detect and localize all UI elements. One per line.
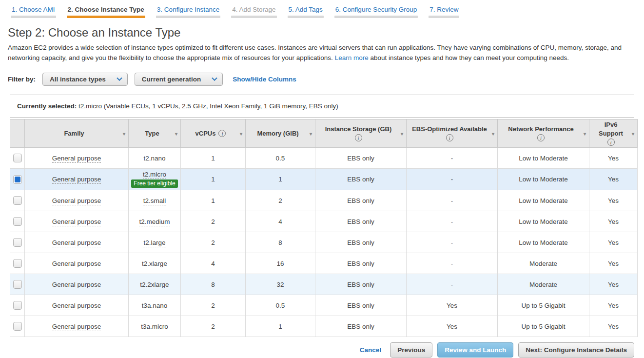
row-checkbox[interactable] (13, 301, 22, 310)
header-ebs-optimized[interactable]: EBS-Optimized Availablei ▾ (407, 119, 498, 148)
row-checkbox[interactable] (13, 322, 22, 331)
header-memory[interactable]: Memory (GiB)▾ (246, 119, 315, 148)
table-row-t3anano[interactable]: General purpose t3a.nano 2 0.5 EBS only … (10, 295, 638, 316)
currently-selected-bar: Currently selected: t2.micro (Variable E… (10, 95, 634, 118)
header-type[interactable]: Type▾ (129, 119, 181, 148)
type-cell[interactable]: t2.small (143, 197, 166, 205)
tab-configure-security-group[interactable]: 6. Configure Security Group (334, 5, 418, 18)
storage-cell: EBS only (315, 232, 407, 253)
info-icon[interactable]: i (355, 134, 362, 141)
generation-dropdown[interactable]: Current generation (135, 73, 223, 86)
tab-configure-instance[interactable]: 3. Configure Instance (156, 5, 220, 18)
tab-choose-ami[interactable]: 1. Choose AMI (11, 5, 56, 18)
family-cell[interactable]: General purpose (52, 155, 101, 163)
memory-cell: 4 (246, 211, 315, 232)
vcpus-cell: 2 (181, 232, 246, 253)
table-row-t2nano[interactable]: General purpose t2.nano 1 0.5 EBS only -… (10, 148, 638, 169)
previous-button[interactable]: Previous (390, 342, 432, 358)
network-cell: Up to 5 Gigabit (498, 316, 589, 337)
instance-type-table: Family▾ Type▾ vCPUsi ▾ Memory (GiB)▾ Ins… (10, 119, 638, 337)
tab-label: 3. Configure Instance (156, 5, 220, 13)
tab-underline (11, 16, 56, 18)
ebs-cell: - (407, 211, 498, 232)
row-checkbox-checked[interactable] (13, 175, 22, 184)
memory-cell: 32 (246, 274, 315, 295)
storage-cell: EBS only (315, 253, 407, 274)
tab-add-tags[interactable]: 5. Add Tags (288, 5, 324, 18)
ebs-cell: - (407, 274, 498, 295)
type-cell[interactable]: t2.micro (143, 171, 166, 179)
storage-cell: EBS only (315, 295, 407, 316)
type-cell[interactable]: t2.medium (139, 218, 170, 226)
filter-by-label: Filter by: (8, 76, 36, 83)
header-family-label: Family (64, 130, 84, 137)
row-checkbox[interactable] (13, 154, 22, 162)
table-row-t22xlarge[interactable]: General purpose t2.2xlarge 8 32 EBS only… (10, 274, 638, 295)
header-vcpus[interactable]: vCPUsi ▾ (181, 119, 246, 148)
family-cell[interactable]: General purpose (52, 302, 101, 310)
row-checkbox[interactable] (13, 217, 22, 226)
ipv6-cell: Yes (589, 253, 638, 274)
info-icon[interactable]: i (446, 134, 453, 141)
memory-cell: 16 (246, 253, 315, 274)
ipv6-cell: Yes (589, 190, 638, 211)
ebs-cell: - (407, 169, 498, 190)
ipv6-cell: Yes (589, 295, 638, 316)
sort-caret-icon: ▾ (584, 131, 586, 136)
storage-cell: EBS only (315, 190, 407, 211)
ipv6-cell: Yes (589, 274, 638, 295)
memory-cell: 1 (246, 169, 315, 190)
row-checkbox[interactable] (13, 196, 22, 205)
family-cell[interactable]: General purpose (52, 239, 101, 247)
header-instance-storage[interactable]: Instance Storage (GB)i ▾ (315, 119, 407, 148)
show-hide-columns-link[interactable]: Show/Hide Columns (233, 76, 296, 83)
sort-caret-icon: ▾ (310, 131, 312, 136)
storage-cell: EBS only (315, 169, 407, 190)
table-row-t2medium[interactable]: General purpose t2.medium 2 4 EBS only -… (10, 211, 638, 232)
cancel-link[interactable]: Cancel (360, 346, 381, 354)
storage-cell: EBS only (315, 148, 407, 169)
table-row-t2large[interactable]: General purpose t2.large 2 8 EBS only - … (10, 232, 638, 253)
instance-types-dropdown[interactable]: All instance types (42, 73, 128, 86)
tab-choose-instance-type[interactable]: 2. Choose Instance Type (67, 5, 145, 18)
row-checkbox[interactable] (13, 238, 22, 247)
next-configure-instance-details-button[interactable]: Next: Configure Instance Details (518, 342, 634, 358)
vcpus-cell: 8 (181, 274, 246, 295)
ebs-cell: - (407, 190, 498, 211)
review-and-launch-button[interactable]: Review and Launch (437, 342, 513, 358)
family-cell[interactable]: General purpose (52, 218, 101, 226)
tab-underline (231, 16, 276, 18)
header-ipv6-support[interactable]: IPv6Supporti ▾ (589, 119, 638, 148)
vcpus-cell: 2 (181, 316, 246, 337)
learn-more-link[interactable]: Learn more (335, 54, 369, 61)
type-cell: t2.nano (143, 155, 165, 162)
family-cell[interactable]: General purpose (52, 323, 101, 331)
family-cell[interactable]: General purpose (52, 281, 101, 289)
row-checkbox[interactable] (13, 259, 22, 268)
type-cell[interactable]: t2.large (143, 239, 165, 247)
info-icon[interactable]: i (537, 134, 545, 141)
table-row-t2micro-selected[interactable]: General purpose t2.micro Free tier eligi… (10, 169, 638, 190)
table-row-t2small[interactable]: General purpose t2.small 1 2 EBS only - … (10, 190, 638, 211)
family-cell[interactable]: General purpose (52, 197, 101, 205)
info-icon[interactable]: i (607, 139, 615, 146)
family-cell[interactable]: General purpose (52, 260, 101, 268)
info-icon[interactable]: i (218, 130, 226, 137)
ebs-cell: - (407, 253, 498, 274)
table-row-t2xlarge[interactable]: General purpose t2.xlarge 4 16 EBS only … (10, 253, 638, 274)
ipv6-cell: Yes (589, 169, 638, 190)
tab-underline (429, 16, 459, 18)
network-cell: Low to Moderate (498, 148, 589, 169)
row-checkbox[interactable] (13, 280, 22, 289)
table-row-t3amicro[interactable]: General purpose t3a.micro 2 1 EBS only Y… (10, 316, 638, 337)
header-family[interactable]: Family▾ (25, 119, 129, 148)
header-checkbox-column (10, 119, 25, 148)
tab-review[interactable]: 7. Review (429, 5, 459, 18)
header-network-performance[interactable]: Network Performancei ▾ (498, 119, 589, 148)
type-cell: t2.xlarge (142, 260, 167, 267)
header-vcpus-label: vCPUs (195, 130, 216, 137)
footer-actions: Cancel Previous Review and Launch Next: … (10, 342, 634, 358)
sort-caret-icon: ▾ (632, 131, 634, 136)
network-cell: Low to Moderate (498, 190, 589, 211)
family-cell[interactable]: General purpose (52, 176, 101, 184)
